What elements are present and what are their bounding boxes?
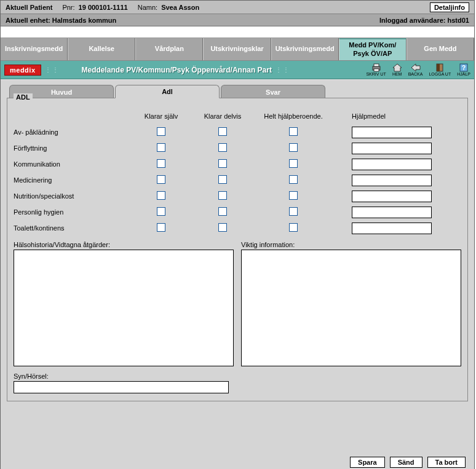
logged-user-label: Inloggad användare: hstd01 [379,17,469,24]
checkbox-medicinering-helt[interactable] [289,175,298,184]
table-row: Av- påklädning [14,124,461,140]
table-row: Kommunikation [14,156,461,172]
row-label-toalett: Toalett/kontinens [14,224,130,232]
aid-input-medicinering[interactable] [352,175,432,186]
svg-marker-4 [411,64,420,71]
svg-rect-2 [374,69,379,71]
row-label-nutrition: Nutrition/specialkost [14,192,130,200]
row-label-av-pakladning: Av- påklädning [14,128,130,136]
save-button[interactable]: Spara [350,457,385,468]
table-row: Medicinering [14,172,461,188]
checkbox-hygien-delvis[interactable] [218,207,227,216]
module-title: Meddelande PV/Kommun/Psyk Öppenvård/Anna… [82,66,272,74]
aid-input-forflyttning[interactable] [352,143,432,154]
subtab-adl[interactable]: Adl [115,85,220,98]
history-textarea[interactable] [14,250,234,366]
checkbox-kommunikation-helt[interactable] [289,159,298,168]
history-label: Hälsohistoria/Vidtagna åtgärder: [14,241,234,248]
col-hjalpmedel: Hjälpmedel [352,112,386,120]
tab-gen-medd[interactable]: Gen Medd [407,38,474,60]
aid-input-toalett[interactable] [352,223,432,234]
home-icon [392,63,402,72]
aid-input-hygien[interactable] [352,207,432,218]
checkbox-forflyttning-delvis[interactable] [218,143,227,152]
action-button-row: Spara Sänd Ta bort [7,457,468,468]
svg-rect-6 [437,64,440,71]
help-button[interactable]: ? HJÄLP [457,63,470,76]
tab-kallelse[interactable]: Kallelse [68,38,135,60]
unit-label: Aktuell enhet: Halmstads kommun [6,17,116,24]
checkbox-nutrition-sjalv[interactable] [157,191,165,200]
logout-button[interactable]: LOGGA UT [429,63,451,76]
back-arrow-icon [411,63,421,72]
col-klarar-sjalv: Klarar själv [130,112,192,120]
syn-label: Syn/Hörsel: [14,372,49,380]
checkbox-kommunikation-delvis[interactable] [218,159,227,168]
svg-text:?: ? [462,65,466,71]
checkbox-forflyttning-sjalv[interactable] [157,143,165,152]
checkbox-nutrition-delvis[interactable] [218,191,227,200]
checkbox-hygien-helt[interactable] [289,207,298,216]
checkbox-av-pakladning-sjalv[interactable] [157,127,165,136]
col-klarar-delvis: Klarar delvis [192,112,253,120]
module-header: meddix ⋮⋮ Meddelande PV/Kommun/Psyk Öppe… [1,61,474,79]
meddix-logo: meddix [4,65,41,76]
detail-info-button[interactable]: Detaljinfo [430,2,469,12]
tab-vardplan[interactable]: Vårdplan [135,38,203,60]
patient-label: Aktuell Patient [6,4,52,11]
print-button[interactable]: SKRIV UT [366,63,386,76]
tab-inskrivningsmedd[interactable]: Inskrivningsmedd [1,38,68,60]
adl-header-row: Klarar själv Klarar delvis Helt hjälpber… [14,108,461,124]
table-row: Förflyttning [14,140,461,156]
row-label-forflyttning: Förflyttning [14,144,130,152]
pnr-value: 19 000101-1111 [79,4,128,11]
home-button[interactable]: HEM [392,63,402,76]
sub-tab-bar: Huvud Adl Svar [9,85,468,98]
decorative-dots-right: ⋮⋮ [276,66,290,73]
table-row: Toalett/kontinens [14,220,461,236]
tab-utskrivningsmedd[interactable]: Utskrivningsmedd [271,38,339,60]
svg-rect-1 [374,64,379,66]
unit-user-bar: Aktuell enhet: Halmstads kommun Inloggad… [1,14,474,26]
send-button[interactable]: Sänd [390,457,422,468]
delete-button[interactable]: Ta bort [427,457,466,468]
main-tab-bar: Inskrivningsmedd Kallelse Vårdplan Utskr… [1,37,474,61]
table-row: Nutrition/specialkost [14,188,461,204]
subtab-svar[interactable]: Svar [221,85,325,98]
checkbox-toalett-helt[interactable] [289,223,298,232]
table-row: Personlig hygien [14,204,461,220]
checkbox-forflyttning-helt[interactable] [289,143,298,152]
row-label-kommunikation: Kommunikation [14,160,130,168]
patient-header: Aktuell Patient Pnr: 19 000101-1111 Namn… [1,1,474,14]
tab-utskrivningsklar[interactable]: Utskrivningsklar [203,38,271,60]
row-label-hygien: Personlig hygien [14,208,130,216]
aid-input-av-pakladning[interactable] [352,127,432,138]
checkbox-nutrition-helt[interactable] [289,191,298,200]
decorative-dots-left: ⋮⋮ [45,66,60,73]
pnr-label: Pnr: [62,4,74,11]
help-icon: ? [459,63,469,72]
svg-marker-3 [393,64,402,71]
name-value: Svea Asson [161,4,199,11]
row-label-medicinering: Medicinering [14,176,130,184]
checkbox-hygien-sjalv[interactable] [157,207,165,216]
checkbox-toalett-delvis[interactable] [218,223,227,232]
back-button[interactable]: BACKA [408,63,423,76]
checkbox-medicinering-delvis[interactable] [218,175,227,184]
name-label: Namn: [138,4,157,11]
checkbox-kommunikation-sjalv[interactable] [157,159,165,168]
adl-fieldset: ADL Klarar själv Klarar delvis Helt hjäl… [7,98,468,401]
checkbox-medicinering-sjalv[interactable] [157,175,165,184]
checkbox-toalett-sjalv[interactable] [157,223,165,232]
door-icon [435,63,445,72]
col-helt-hjalpberoende: Helt hjälpberoende. [253,112,333,120]
tab-medd-pv-kom[interactable]: Medd PV/Kom/ Psyk ÖV/AP [339,38,407,60]
aid-input-kommunikation[interactable] [352,159,432,170]
info-textarea[interactable] [241,250,461,366]
syn-horsel-input[interactable] [14,381,229,393]
checkbox-av-pakladning-helt[interactable] [289,127,298,136]
checkbox-av-pakladning-delvis[interactable] [218,127,227,136]
printer-icon [371,63,381,72]
adl-legend: ADL [14,93,33,101]
aid-input-nutrition[interactable] [352,191,432,202]
